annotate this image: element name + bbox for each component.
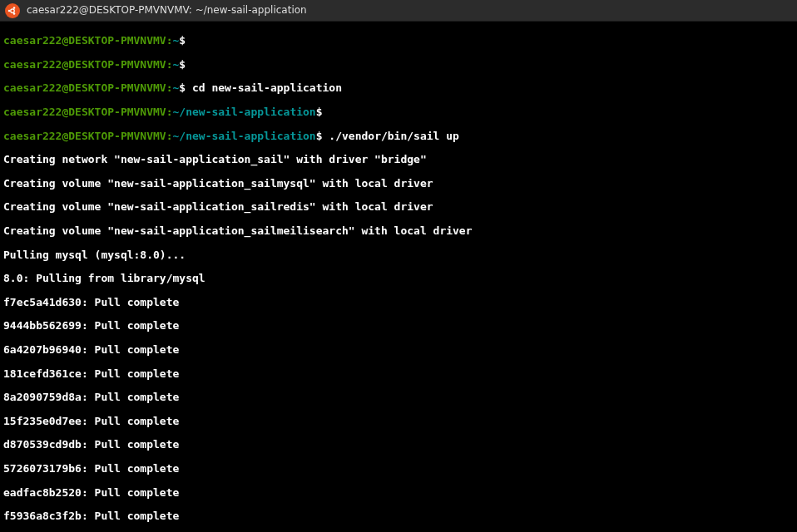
output-line: 181cefd361ce: Pull complete (3, 368, 794, 380)
prompt-line: caesar222@DESKTOP-PMVNVMV:~/new-sail-app… (3, 131, 794, 142)
output-line: eadfac8b2520: Pull complete (3, 487, 794, 499)
output-line: Creating volume "new-sail-application_sa… (3, 178, 794, 190)
cmd-sail-up: ./vendor/bin/sail up (323, 130, 459, 142)
prompt-line: caesar222@DESKTOP-PMVNVMV:~$ (3, 59, 794, 71)
cmd-cd: cd new-sail-application (186, 81, 342, 94)
user-host: caesar222@DESKTOP-PMVNVMV (3, 34, 166, 47)
output-line: 15f235e0d7ee: Pull complete (3, 416, 794, 427)
ubuntu-icon (5, 3, 20, 18)
prompt-line: caesar222@DESKTOP-PMVNVMV:~/new-sail-app… (3, 106, 794, 118)
output-line: Creating volume "new-sail-application_sa… (3, 201, 794, 213)
output-line: 6a4207b96940: Pull complete (3, 344, 794, 356)
output-line: 8a2090759d8a: Pull complete (3, 392, 794, 403)
terminal-content[interactable]: caesar222@DESKTOP-PMVNVMV:~$ caesar222@D… (0, 22, 797, 532)
window-titlebar: caesar222@DESKTOP-PMVNVMV: ~/new-sail-ap… (0, 0, 797, 22)
output-line: 9444bb562699: Pull complete (3, 320, 794, 332)
window-title: caesar222@DESKTOP-PMVNVMV: ~/new-sail-ap… (27, 5, 307, 16)
svg-point-0 (8, 9, 11, 12)
output-line: 8.0: Pulling from library/mysql (3, 273, 794, 284)
output-line: Creating network "new-sail-application_s… (3, 154, 794, 165)
output-line: 5726073179b6: Pull complete (3, 463, 794, 475)
output-line: Pulling mysql (mysql:8.0)... (3, 249, 794, 261)
output-line: Creating volume "new-sail-application_sa… (3, 225, 794, 237)
output-line: f7ec5a41d630: Pull complete (3, 297, 794, 308)
prompt-line: caesar222@DESKTOP-PMVNVMV:~$ cd new-sail… (3, 82, 794, 94)
output-line: f5936a8c3f2b: Pull complete (3, 510, 794, 522)
output-line: d870539cd9db: Pull complete (3, 439, 794, 451)
prompt-line: caesar222@DESKTOP-PMVNVMV:~$ (3, 35, 794, 47)
